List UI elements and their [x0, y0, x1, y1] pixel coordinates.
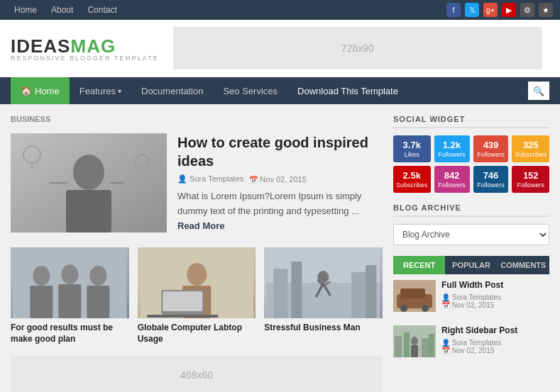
sidebar-post-content-1: Right Sidebar Post 👤 Sora Templates 📅 No…: [441, 325, 517, 354]
blog-archive-select[interactable]: Blog Archive: [393, 224, 549, 245]
social-pinterest-btn[interactable]: 152 Followers: [512, 166, 549, 193]
sidebar-post-date-1: 📅 Nov 02, 2015: [441, 347, 494, 354]
ins2-count: 842: [444, 170, 460, 181]
tab-recent[interactable]: RECENT: [393, 256, 445, 274]
youtube-topbar-icon[interactable]: ▶: [502, 3, 516, 17]
sidebar-post-content-0: Full Width Post 👤 Sora Templates 📅 Nov 0…: [441, 280, 503, 309]
sidebar-post-meta-0: 👤 Sora Templates 📅 Nov 02, 2015: [441, 293, 503, 309]
social-twitter-btn[interactable]: 1.2k Followers: [434, 135, 470, 162]
grid-post-2: Stressful Business Man: [264, 247, 383, 345]
sidebar-post-title-1: Right Sidebar Post: [441, 325, 517, 337]
featured-post-date: 📅 Nov 02, 2015: [249, 175, 307, 184]
facebook-label: Likes: [405, 151, 419, 158]
main-container: BUSINESS: [0, 104, 560, 392]
grid-post-image-0: [11, 247, 129, 318]
svg-point-35: [400, 305, 407, 312]
svg-rect-13: [58, 284, 81, 318]
topnav-about[interactable]: About: [44, 0, 80, 20]
sidebar-recent-post-1: Right Sidebar Post 👤 Sora Templates 📅 No…: [393, 325, 549, 357]
social-youtube-btn[interactable]: 2.5k Subscribes: [393, 166, 431, 193]
svg-rect-3: [66, 190, 111, 233]
grid-post-title-2: Stressful Business Man: [264, 323, 383, 334]
svg-point-2: [73, 155, 104, 190]
social-facebook-btn[interactable]: 3.7k Likes: [393, 135, 431, 162]
main-nav-links: 🏠 Home Features ▾ Documentation Seo Serv…: [11, 77, 528, 104]
main-nav: 🏠 Home Features ▾ Documentation Seo Serv…: [0, 77, 560, 104]
social-instagram2-btn[interactable]: 842 Followers: [434, 166, 470, 193]
gp-count: 439: [483, 140, 499, 150]
pin-label: Followers: [517, 181, 544, 189]
grid-post-title-1: Globale Computer Labtop Usage: [138, 323, 256, 345]
blog-archive-title: BLOG ARCHIVE: [393, 203, 549, 217]
grid-post-0: For good results must be make good plan: [11, 247, 129, 345]
logo: IDEASMAG RESPONSIVE BLOGGER TEMPLATE: [11, 35, 159, 62]
sidebar-post-date-0: 📅 Nov 02, 2015: [441, 301, 494, 309]
header-ad-banner: 728x90: [173, 27, 542, 69]
topnav-home[interactable]: Home: [7, 0, 44, 20]
sidebar-post-author-0: 👤 Sora Templates: [441, 293, 501, 301]
social-googleplus-btn[interactable]: 439 Followers: [473, 135, 509, 162]
svg-rect-44: [411, 345, 418, 357]
nav-home[interactable]: 🏠 Home: [11, 77, 70, 104]
yt-count: 2.5k: [403, 170, 421, 181]
social-grid: 3.7k Likes 1.2k Followers 439 Followers …: [393, 135, 549, 193]
social-widget-section: SOCIAL WIDGET 3.7k Likes 1.2k Followers …: [393, 115, 549, 193]
sidebar-post-title-0: Full Width Post: [441, 280, 503, 291]
svg-point-12: [61, 264, 78, 284]
social-rss-btn[interactable]: 325 Subscribes: [512, 135, 549, 162]
section-label-business: BUSINESS: [11, 115, 383, 128]
social-widget-title: SOCIAL WIDGET: [393, 115, 549, 128]
rss-label: Subscribes: [515, 151, 547, 158]
svg-rect-24: [274, 269, 288, 318]
svg-rect-25: [292, 262, 302, 318]
svg-rect-42: [429, 334, 434, 357]
ig-label: Followers: [477, 181, 505, 189]
sidebar-post-author-1: 👤 Sora Templates: [441, 339, 501, 347]
chevron-down-icon: ▾: [118, 87, 121, 95]
blog-archive-section: BLOG ARCHIVE Blog Archive: [393, 203, 549, 245]
top-bar: Home About Contact f 𝕏 g+ ▶ ⚙ ★: [0, 0, 560, 20]
logo-mag: MAG: [70, 35, 116, 57]
extra-topbar-icon2[interactable]: ★: [539, 3, 553, 17]
sidebar-post-meta-1: 👤 Sora Templates 📅 Nov 02, 2015: [441, 339, 517, 354]
twitter-topbar-icon[interactable]: 𝕏: [465, 3, 479, 17]
svg-rect-27: [366, 265, 377, 318]
nav-download-template[interactable]: Download This Template: [287, 77, 408, 104]
svg-point-17: [187, 263, 207, 286]
nav-documentation[interactable]: Documentation: [131, 77, 213, 104]
ig-count: 746: [483, 170, 499, 181]
sidebar-recent-post-0: Full Width Post 👤 Sora Templates 📅 Nov 0…: [393, 280, 549, 312]
tab-comments[interactable]: COMMENTS: [498, 256, 549, 274]
nav-seo-services[interactable]: Seo Services: [213, 77, 287, 104]
header: IDEASMAG RESPONSIVE BLOGGER TEMPLATE 728…: [0, 20, 560, 77]
top-bar-nav: Home About Contact: [7, 0, 124, 20]
featured-image-svg: [11, 133, 167, 233]
content-area: BUSINESS: [11, 115, 383, 392]
social-instagram-btn[interactable]: 746 Followers: [473, 166, 509, 193]
googleplus-topbar-icon[interactable]: g+: [483, 3, 498, 17]
topnav-contact[interactable]: Contact: [80, 0, 123, 20]
nav-search-button[interactable]: 🔍: [528, 82, 549, 100]
sidebar: SOCIAL WIDGET 3.7k Likes 1.2k Followers …: [393, 115, 549, 392]
featured-post-title: How to create good inspired ideas: [177, 133, 383, 170]
tab-popular[interactable]: POPULAR: [445, 256, 497, 274]
facebook-topbar-icon[interactable]: f: [446, 3, 461, 17]
logo-ideas: IDEAS: [11, 35, 70, 57]
extra-topbar-icon1[interactable]: ⚙: [520, 3, 534, 17]
svg-rect-39: [395, 336, 402, 357]
sidebar-divider: [393, 319, 549, 320]
grid-image-0-svg: [11, 247, 129, 318]
ins2-label: Followers: [438, 181, 466, 189]
svg-rect-11: [30, 286, 53, 318]
grid-post-title-0: For good results must be make good plan: [11, 323, 129, 345]
tabs-bar: RECENT POPULAR COMMENTS: [393, 256, 549, 274]
grid-posts: For good results must be make good plan …: [11, 247, 383, 345]
read-more-link[interactable]: Read More: [177, 220, 224, 231]
nav-features[interactable]: Features ▾: [70, 77, 131, 104]
svg-rect-40: [404, 332, 410, 357]
gp-label: Followers: [477, 151, 505, 158]
twitter-count: 1.2k: [443, 140, 461, 150]
grid-post-image-1: [138, 247, 256, 318]
featured-post-excerpt: What is Lorem Ipsum?Lorem Ipsum is simpl…: [177, 189, 383, 233]
featured-post-image: [11, 133, 167, 233]
